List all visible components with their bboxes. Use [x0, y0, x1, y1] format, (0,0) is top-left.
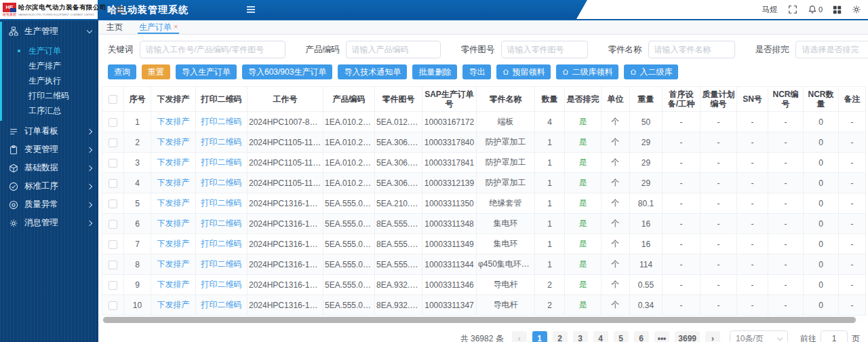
cell-scheduled: 是 [565, 173, 601, 193]
toolbar-button[interactable]: 导入技术通知单 [338, 64, 407, 79]
apps-grid-icon[interactable] [833, 5, 842, 14]
page-size-select[interactable]: 10条/页 [730, 330, 788, 342]
row-checkbox[interactable] [108, 281, 117, 290]
collapse-menu-icon[interactable] [247, 6, 255, 13]
print-qrcode-link[interactable]: 打印二维码 [201, 239, 242, 248]
select-all-checkbox[interactable] [108, 95, 117, 104]
toolbar-button[interactable]: 查询 [108, 64, 136, 79]
goto-page-input[interactable] [821, 330, 848, 342]
cell-no: 9 [124, 275, 151, 295]
row-checkbox[interactable] [108, 301, 117, 310]
hamburger-icon[interactable] [116, 6, 124, 13]
column-header-ncr_no: NCR编号 [768, 87, 804, 112]
row-checkbox[interactable] [108, 240, 117, 249]
dispatch-link[interactable]: 下发排产 [157, 178, 190, 187]
cell-scheduled: 是 [565, 234, 601, 254]
page-button-5[interactable]: 5 [614, 331, 629, 342]
toolbar-button[interactable]: 导入603/903生产订单 [242, 64, 332, 79]
sidebar-group-head[interactable]: 质量异常 [0, 195, 98, 214]
row-checkbox-cell [102, 295, 124, 316]
toolbar-button[interactable]: 预留领料 [496, 64, 551, 79]
logo-group-text: 哈电集团 [3, 12, 16, 16]
dispatch-link[interactable]: 下发排产 [157, 218, 190, 228]
input-field[interactable] [140, 41, 285, 58]
dispatch-link[interactable]: 下发排产 [157, 157, 190, 167]
page-button-3[interactable]: 3 [573, 331, 588, 342]
sidebar-group-head[interactable]: 标准工序 [0, 177, 98, 195]
dispatch-link[interactable]: 下发排产 [157, 239, 190, 248]
row-checkbox[interactable] [108, 138, 117, 147]
next-page-button[interactable]: › [705, 331, 720, 342]
settings-gear-icon[interactable] [852, 5, 861, 14]
dispatch-link[interactable]: 下发排产 [157, 259, 190, 269]
toolbar-button[interactable]: 二级库领料 [556, 64, 618, 79]
row-checkbox[interactable] [108, 220, 117, 229]
print-qrcode-link[interactable]: 打印二维码 [201, 198, 242, 208]
column-header-print: 打印二维码 [196, 87, 248, 112]
print-qrcode-link[interactable]: 打印二维码 [201, 300, 242, 309]
cell-scheduled: 是 [565, 112, 601, 132]
input-field[interactable] [648, 41, 735, 58]
tab-item[interactable]: 生产订单× [138, 21, 179, 34]
sidebar-item[interactable]: 生产订单 [0, 43, 98, 58]
dispatch-link[interactable]: 下发排产 [157, 117, 190, 126]
print-qrcode-link[interactable]: 打印二维码 [201, 259, 242, 269]
print-qrcode-link[interactable]: 打印二维码 [201, 218, 242, 228]
row-checkbox[interactable] [108, 118, 117, 127]
input-field[interactable] [346, 41, 441, 58]
filter-item: 是否排完请选择是否排完 [755, 41, 868, 58]
toolbar-button[interactable]: 导入生产订单 [176, 64, 237, 79]
row-checkbox[interactable] [108, 261, 117, 269]
page-button-3699[interactable]: 3699 [675, 331, 700, 342]
column-header-ncr_qty: NCR数量 [804, 87, 839, 112]
cell-dispatch: 下发排产 [151, 234, 196, 254]
sidebar-item[interactable]: 生产执行 [0, 73, 98, 88]
print-qrcode-link[interactable]: 打印二维码 [201, 280, 242, 289]
page-button-1[interactable]: 1 [532, 331, 547, 342]
username[interactable]: 马煜 [762, 4, 778, 16]
horizontal-scrollbar[interactable] [102, 317, 864, 323]
notifications[interactable]: 0 [808, 5, 823, 14]
sidebar-item[interactable]: 生产排产 [0, 58, 98, 73]
dispatch-link[interactable]: 下发排产 [157, 280, 190, 289]
toolbar-button[interactable]: 入二级库 [624, 64, 678, 79]
select-field[interactable]: 请选择是否排完 [795, 41, 868, 58]
sidebar-group-head[interactable]: 基础数据 [0, 159, 98, 177]
sidebar-item[interactable]: 打印二维码 [0, 88, 98, 103]
row-checkbox[interactable] [108, 179, 117, 188]
prev-page-button[interactable]: ‹ [512, 331, 527, 342]
print-qrcode-link[interactable]: 打印二维码 [201, 178, 242, 187]
cell-ncr_no: - [768, 193, 804, 214]
row-checkbox[interactable] [108, 200, 117, 208]
filter-label: 零件名称 [608, 44, 642, 56]
cell-sn_no: - [737, 295, 768, 316]
row-checkbox[interactable] [108, 159, 117, 168]
print-qrcode-link[interactable]: 打印二维码 [201, 117, 242, 126]
close-icon[interactable]: × [174, 23, 178, 31]
toolbar-button[interactable]: 导出 [462, 64, 491, 79]
toolbar-button[interactable]: 重置 [142, 64, 170, 79]
bell-icon [808, 5, 817, 14]
cell-quality_plan_no: - [701, 275, 737, 295]
fullscreen-icon[interactable] [788, 5, 797, 14]
chevron-right-icon [87, 202, 92, 207]
print-qrcode-link[interactable]: 打印二维码 [201, 157, 242, 167]
sidebar-group-head[interactable]: 消息管理 [0, 214, 98, 232]
dispatch-link[interactable]: 下发排产 [157, 137, 190, 147]
sidebar-group-head[interactable]: 生产管理 [0, 20, 98, 42]
sidebar-group-head[interactable]: 订单看板 [0, 122, 98, 140]
page-ellipsis[interactable]: ••• [654, 331, 670, 342]
dispatch-link[interactable]: 下发排产 [157, 198, 190, 208]
input-field[interactable] [501, 41, 588, 58]
scrollbar-thumb[interactable] [103, 317, 856, 323]
sidebar-group-head[interactable]: 变更管理 [0, 140, 98, 159]
dispatch-link[interactable]: 下发排产 [157, 300, 190, 309]
tab-item[interactable]: 主页 [105, 21, 124, 34]
cell-ncr_qty: 0 [804, 112, 839, 132]
page-button-6[interactable]: 6 [634, 331, 649, 342]
sidebar-item[interactable]: 工序汇总 [0, 103, 98, 118]
toolbar-button[interactable]: 批量删除 [412, 64, 457, 79]
page-button-2[interactable]: 2 [553, 331, 568, 342]
page-button-4[interactable]: 4 [593, 331, 608, 342]
print-qrcode-link[interactable]: 打印二维码 [201, 137, 242, 147]
